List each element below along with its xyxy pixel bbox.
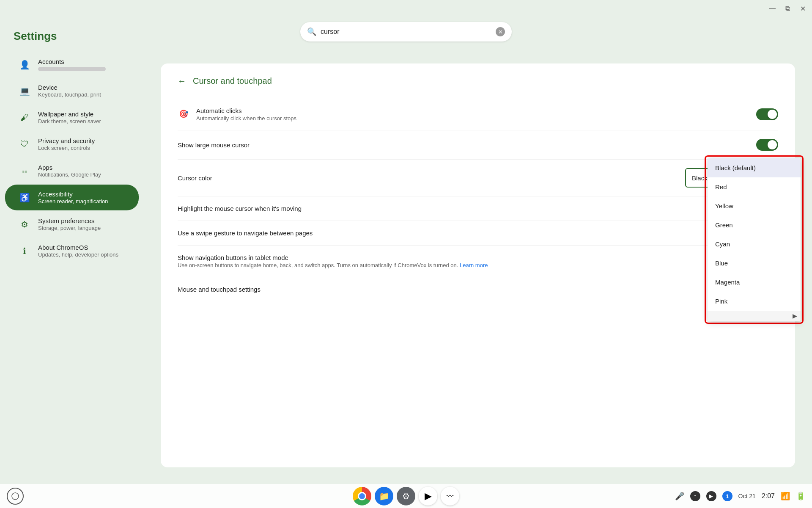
cursor-color-dropdown-container: Black (default) ▼ Black (default) Red Ye…	[685, 168, 778, 188]
dropdown-option-green[interactable]: Green	[708, 215, 801, 235]
taskbar-left	[7, 488, 24, 505]
sidebar-item-wallpaper[interactable]: 🖌 Wallpaper and style Dark theme, screen…	[5, 105, 139, 130]
setting-row-auto-clicks: 🎯 Automatic clicks Automatically click w…	[178, 99, 778, 130]
highlight-cursor-text: Highlight the mouse cursor when it's mov…	[178, 205, 302, 212]
sidebar-item-accessibility[interactable]: ♿ Accessibility Screen reader, magnifica…	[5, 185, 139, 210]
taskbar-metrics[interactable]: 〰	[441, 487, 459, 505]
cursor-color-dropdown-menu: Black (default) Red Yellow Green Cyan Bl…	[708, 158, 801, 321]
notification-badge[interactable]: 1	[722, 491, 732, 501]
large-cursor-toggle[interactable]	[756, 139, 778, 151]
sidebar-item-accounts[interactable]: 👤 Accounts	[5, 52, 139, 77]
system-subtitle: Storage, power, language	[38, 225, 101, 231]
device-icon: 💻	[19, 85, 30, 97]
about-label: About ChromeOS	[38, 244, 118, 251]
privacy-subtitle: Lock screen, controls	[38, 145, 95, 151]
mic-icon[interactable]: 🎤	[675, 491, 684, 501]
device-subtitle: Keyboard, touchpad, print	[38, 91, 101, 98]
auto-clicks-icon: 🎯	[178, 108, 189, 120]
cursor-color-dropdown-menu-wrapper: Black (default) Red Yellow Green Cyan Bl…	[705, 155, 804, 324]
nav-buttons-title: Show navigation buttons in tablet mode	[178, 254, 488, 261]
accessibility-subtitle: Screen reader, magnification	[38, 198, 108, 204]
privacy-text: Privacy and security Lock screen, contro…	[38, 137, 95, 151]
learn-more-link[interactable]: Learn more	[460, 262, 488, 268]
nav-buttons-text: Show navigation buttons in tablet mode U…	[178, 254, 488, 268]
app-window: Settings 👤 Accounts 💻 Device Keyboard, t…	[0, 17, 812, 484]
cursor-color-left: Cursor color	[178, 174, 685, 182]
accounts-text: Accounts	[38, 58, 106, 71]
highlight-cursor-title: Highlight the mouse cursor when it's mov…	[178, 205, 302, 212]
minimize-button[interactable]: —	[768, 4, 776, 13]
play-taskbar-icon[interactable]: ▶	[706, 491, 716, 501]
auto-clicks-title: Automatic clicks	[196, 107, 296, 114]
metrics-icon: 〰	[446, 491, 454, 501]
taskbar-settings[interactable]: ⚙	[397, 487, 415, 505]
sidebar-item-apps[interactable]: ⚏ Apps Notifications, Google Play	[5, 158, 139, 184]
accessibility-label: Accessibility	[38, 190, 108, 198]
accounts-label: Accounts	[38, 58, 106, 65]
apps-label: Apps	[38, 164, 101, 171]
accessibility-icon: ♿	[19, 192, 30, 204]
taskbar-right: 🎤 ↑ ▶ 1 Oct 21 2:07 📶 🔋	[675, 491, 805, 501]
sidebar-item-about[interactable]: ℹ About ChromeOS Updates, help, develope…	[5, 238, 139, 264]
sidebar-title: Settings	[0, 25, 144, 51]
sidebar-item-system[interactable]: ⚙ System preferences Storage, power, lan…	[5, 211, 139, 237]
large-cursor-left: Show large mouse cursor	[178, 141, 756, 149]
wallpaper-icon: 🖌	[19, 112, 30, 124]
apps-icon: ⚏	[19, 165, 30, 177]
wallpaper-label: Wallpaper and style	[38, 110, 101, 118]
auto-clicks-toggle-knob	[768, 110, 777, 119]
content-header: ← Cursor and touchpad	[178, 76, 778, 86]
cursor-color-text: Cursor color	[178, 174, 212, 182]
taskbar: 📁 ⚙ ▶ 〰 🎤 ↑ ▶ 1 Oct 21 2:07 📶 🔋	[0, 484, 812, 508]
setting-row-mouse-touchpad: Mouse and touchpad settings	[178, 277, 778, 301]
auto-clicks-subtitle: Automatically click when the cursor stop…	[196, 115, 296, 121]
mouse-touchpad-text: Mouse and touchpad settings	[178, 286, 261, 293]
setting-row-nav-buttons: Show navigation buttons in tablet mode U…	[178, 246, 778, 277]
device-label: Device	[38, 84, 101, 91]
system-label: System preferences	[38, 217, 101, 224]
privacy-label: Privacy and security	[38, 137, 95, 144]
auto-clicks-toggle[interactable]	[756, 108, 778, 120]
upload-icon[interactable]: ↑	[690, 491, 700, 501]
battery-icon[interactable]: 🔋	[796, 491, 805, 501]
files-icon: 📁	[379, 491, 390, 501]
system-icon: ⚙	[19, 218, 30, 230]
dropdown-option-magenta[interactable]: Magenta	[708, 273, 801, 292]
large-cursor-text: Show large mouse cursor	[178, 141, 250, 149]
auto-clicks-text: Automatic clicks Automatically click whe…	[196, 107, 296, 121]
accounts-icon: 👤	[19, 59, 30, 71]
sidebar-item-privacy[interactable]: 🛡 Privacy and security Lock screen, cont…	[5, 131, 139, 157]
taskbar-time: 2:07	[762, 492, 775, 500]
dropdown-option-pink[interactable]: Pink	[708, 292, 801, 311]
large-cursor-title: Show large mouse cursor	[178, 141, 250, 149]
dropdown-option-yellow[interactable]: Yellow	[708, 196, 801, 215]
apps-subtitle: Notifications, Google Play	[38, 171, 101, 178]
sidebar-item-device[interactable]: 💻 Device Keyboard, touchpad, print	[5, 78, 139, 104]
swipe-left: Use a swipe gesture to navigate between …	[178, 229, 778, 237]
taskbar-files[interactable]: 📁	[375, 487, 393, 505]
mouse-touchpad-left: Mouse and touchpad settings	[178, 286, 778, 293]
back-button[interactable]: ←	[178, 76, 186, 86]
dropdown-option-red[interactable]: Red	[708, 177, 801, 196]
device-text: Device Keyboard, touchpad, print	[38, 84, 101, 98]
dropdown-option-blue[interactable]: Blue	[708, 254, 801, 273]
home-button[interactable]	[7, 488, 24, 505]
dropdown-option-cyan[interactable]: Cyan	[708, 235, 801, 254]
wifi-icon[interactable]: 📶	[781, 491, 790, 501]
about-subtitle: Updates, help, developer options	[38, 251, 118, 258]
close-button[interactable]: ✕	[798, 4, 807, 13]
maximize-button[interactable]: ⧉	[783, 4, 792, 13]
accessibility-text: Accessibility Screen reader, magnificati…	[38, 190, 108, 204]
play-icon: ▶	[425, 491, 432, 502]
system-text: System preferences Storage, power, langu…	[38, 217, 101, 231]
dropdown-scroll-chevron: ▶	[793, 312, 797, 319]
taskbar-play[interactable]: ▶	[419, 487, 437, 505]
setting-row-swipe: Use a swipe gesture to navigate between …	[178, 221, 778, 246]
home-icon	[11, 492, 19, 500]
taskbar-chrome[interactable]	[353, 487, 371, 505]
taskbar-date: Oct 21	[738, 493, 756, 500]
content-card: ← Cursor and touchpad 🎯 Automatic clicks…	[161, 64, 795, 467]
dropdown-option-black[interactable]: Black (default)	[708, 158, 801, 177]
auto-clicks-left: 🎯 Automatic clicks Automatically click w…	[178, 107, 756, 121]
swipe-text: Use a swipe gesture to navigate between …	[178, 229, 313, 237]
